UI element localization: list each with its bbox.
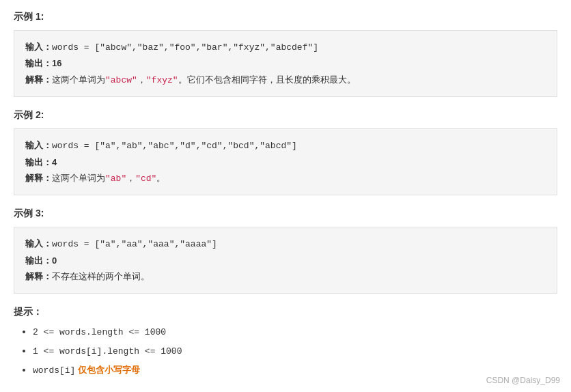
example-2-block: 输入： words = ["a","ab","abc","d","cd","bc… [14,128,557,195]
input-label-1: 输入： [25,39,52,55]
input-label-2: 输入： [25,137,52,153]
example-1-explain-row: 解释： 这两个单词为 "abcw" ， "fxyz" 。它们不包含相同字符，且长… [25,72,546,88]
hint-code-3: words[i] [33,365,75,376]
example-3-input-row: 输入： words = ["a","aa","aaa","aaaa"] [25,236,546,252]
output-label-3: 输出： [25,253,52,268]
explain-word1-2: "ab" [105,171,126,186]
list-item: words[i] 仅包含小写字母 [33,362,557,378]
watermark: CSDN @Daisy_D99 [486,376,560,385]
example-1: 示例 1: 输入： words = ["abcw","baz","foo","b… [14,11,557,97]
output-label-2: 输出： [25,154,52,170]
input-code-3: words = ["a","aa","aaa","aaaa"] [52,236,217,252]
explain-word2-1: "fxyz" [146,72,178,88]
example-3-block: 输入： words = ["a","aa","aaa","aaaa"] 输出： … [14,227,557,293]
hint-code-1: 2 <= words.length <= 1000 [33,327,166,337]
example-2-output-row: 输出： 4 [25,154,546,170]
list-item: 1 <= words[i].length <= 1000 [33,343,557,359]
explain-label-3: 解释： [25,268,52,284]
input-code-1: words = ["abcw","baz","foo","bar","fxyz"… [52,40,318,55]
input-label-3: 输入： [25,236,52,251]
output-value-1: 16 [52,55,61,71]
hint-code-2: 1 <= words[i].length <= 1000 [33,346,182,356]
example-1-output-row: 输出： 16 [25,55,546,71]
example-2: 示例 2: 输入： words = ["a","ab","abc","d","c… [14,109,557,195]
output-value-2: 4 [52,154,57,170]
example-1-block: 输入： words = ["abcw","baz","foo","bar","f… [14,30,557,97]
explain-label-1: 解释： [25,72,52,87]
example-3-title: 示例 3: [14,208,557,220]
explain-label-2: 解释： [25,170,52,186]
explain-end-1: 。它们不包含相同字符，且长度的乘积最大。 [178,72,356,87]
hints-list: 2 <= words.length <= 1000 1 <= words[i].… [14,324,557,379]
output-label-1: 输出： [25,55,52,71]
explain-word2-2: "cd" [135,171,156,186]
explain-text-1: 这两个单词为 [52,72,105,87]
explain-text-2: 这两个单词为 [52,170,105,186]
example-3-output-row: 输出： 0 [25,253,546,268]
explain-mid-2: ， [126,170,135,186]
explain-word1-1: "abcw" [105,72,137,88]
example-1-input-row: 输入： words = ["abcw","baz","foo","bar","f… [25,39,546,55]
example-1-title: 示例 1: [14,11,557,23]
list-item: 2 <= words.length <= 1000 [33,324,557,340]
input-code-2: words = ["a","ab","abc","d","cd","bcd","… [52,138,297,154]
example-3-explain-row: 解释： 不存在这样的两个单词。 [25,268,546,284]
explain-mid-1: ， [137,72,146,87]
explain-end-2: 。 [156,170,165,186]
hint-emphasis-3: 仅包含小写字母 [78,365,140,375]
example-2-input-row: 输入： words = ["a","ab","abc","d","cd","bc… [25,137,546,154]
example-3: 示例 3: 输入： words = ["a","aa","aaa","aaaa"… [14,208,557,293]
output-value-3: 0 [52,253,57,268]
hints-title: 提示： [14,306,557,318]
explain-text-3: 不存在这样的两个单词。 [52,268,150,284]
example-2-title: 示例 2: [14,109,557,122]
hints-section: 提示： 2 <= words.length <= 1000 1 <= words… [14,306,557,379]
example-2-explain-row: 解释： 这两个单词为 "ab" ， "cd" 。 [25,170,546,186]
